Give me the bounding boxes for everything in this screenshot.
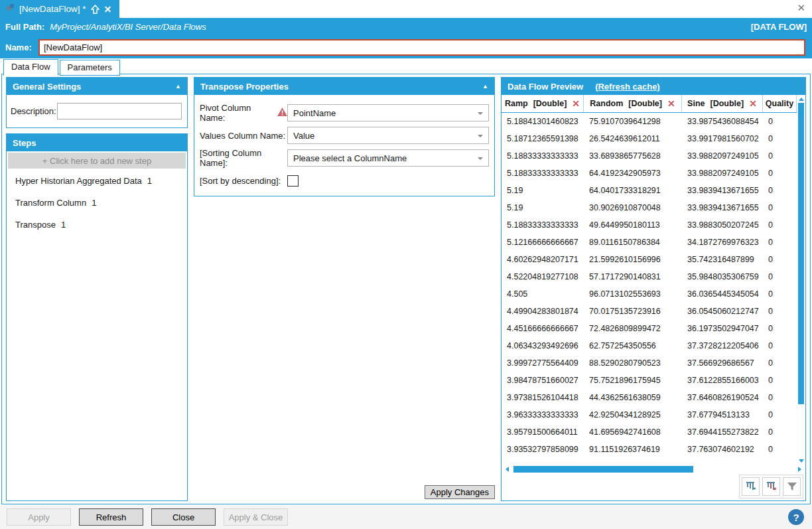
scroll-left-icon[interactable] xyxy=(506,467,509,472)
table-cell: 37.6944155273822 xyxy=(682,423,763,441)
full-path-bar: Full Path: MyProject/AnalytiX/BI Server/… xyxy=(0,18,812,36)
table-row[interactable]: 4.4516666666666772.482680989947236.19735… xyxy=(502,320,797,337)
table-cell: 5.19 xyxy=(502,182,584,199)
remove-column-icon[interactable]: ✕ xyxy=(667,98,675,109)
open-parent-icon[interactable] xyxy=(91,5,100,14)
scroll-up-icon[interactable] xyxy=(799,98,804,101)
columns-remove-button[interactable] xyxy=(762,477,780,496)
table-cell: 5.12166666666667 xyxy=(502,234,584,251)
close-button[interactable]: Close xyxy=(151,508,216,526)
table-cell: 44.4362561638059 xyxy=(584,389,682,406)
table-cell: 0 xyxy=(763,165,797,182)
table-cell: 37.67794513133 xyxy=(682,406,763,423)
table-row[interactable]: 3.9633333333333342.925043412892537.67794… xyxy=(502,406,797,423)
table-cell: 35.9848035306759 xyxy=(682,268,763,285)
sort-descending-label: [Sort by descending]: xyxy=(200,176,287,186)
preview-header-row: Ramp[Double]✕Random[Double]✕Sine[Double]… xyxy=(502,95,797,113)
tab-parameters[interactable]: Parameters xyxy=(60,60,120,76)
collapse-icon[interactable]: ▲ xyxy=(482,83,488,90)
values-column-dropdown[interactable]: Value xyxy=(287,127,489,144)
column-header-random[interactable]: Random[Double]✕ xyxy=(584,95,682,112)
table-cell: 0 xyxy=(763,147,797,165)
sort-descending-checkbox[interactable] xyxy=(287,175,299,187)
document-tab-close-icon[interactable]: ✕ xyxy=(104,5,112,14)
table-row[interactable]: 4.5220481927710857.171729014083135.98480… xyxy=(502,268,797,285)
table-row[interactable]: 4.50596.071310255369336.03654453450540 xyxy=(502,285,797,303)
data-flow-preview-panel: Data Flow Preview (Refresh cache) Ramp[D… xyxy=(501,77,806,501)
table-row[interactable]: 3.9847875166002775.752189617594537.61228… xyxy=(502,372,797,389)
table-cell: 0 xyxy=(763,130,797,147)
scroll-right-icon[interactable] xyxy=(798,467,801,472)
table-row[interactable]: 3.9738152610441844.436256163805937.64608… xyxy=(502,389,797,406)
help-icon[interactable]: ? xyxy=(788,509,804,525)
pivot-column-dropdown[interactable]: PointName xyxy=(287,104,489,121)
vertical-scrollbar-thumb[interactable] xyxy=(798,103,804,404)
table-row[interactable]: 3.9579150066401141.695694274160837.69441… xyxy=(502,423,797,441)
table-row[interactable]: 5.1883333333333349.644995018011333.98830… xyxy=(502,216,797,234)
description-input[interactable] xyxy=(57,103,182,119)
table-cell: 36.0365445345054 xyxy=(682,285,763,303)
scroll-down-icon[interactable] xyxy=(799,459,804,463)
remove-column-icon[interactable]: ✕ xyxy=(749,98,757,109)
column-header-sine[interactable]: Sine[Double]✕ xyxy=(682,95,763,112)
table-row[interactable]: 5.1930.902691087004833.98394136716550 xyxy=(502,199,797,216)
step-item[interactable]: Transform Column1 xyxy=(7,192,187,214)
name-bar: Name: xyxy=(0,36,812,58)
table-cell: 0 xyxy=(763,251,797,268)
refresh-button[interactable]: Refresh xyxy=(79,508,143,526)
table-row[interactable]: 4.6026294820717121.599261015699635.74231… xyxy=(502,251,797,268)
remove-column-icon[interactable]: ✕ xyxy=(572,98,580,109)
table-cell: 0 xyxy=(763,441,797,458)
table-row[interactable]: 5.1884130146082375.910703964129833.98754… xyxy=(502,113,797,130)
column-header-ramp[interactable]: Ramp[Double]✕ xyxy=(502,95,584,112)
step-index: 1 xyxy=(147,176,152,186)
filter-button[interactable] xyxy=(783,477,801,496)
table-cell: 3.97381526104418 xyxy=(502,389,584,406)
table-row[interactable]: 4.4990428380187470.017513572391636.05450… xyxy=(502,303,797,320)
horizontal-scrollbar-thumb[interactable] xyxy=(513,466,693,473)
content-area: General Settings ▲ Description: Steps + … xyxy=(1,74,811,504)
table-cell: 4.505 xyxy=(502,285,584,303)
document-tab[interactable]: [NewDataFlow] * ✕ xyxy=(0,0,119,18)
table-row[interactable]: 5.1964.040173331829133.98394136716550 xyxy=(502,182,797,199)
table-cell: 88.5290280790523 xyxy=(584,354,682,372)
table-row[interactable]: 4.0634329349269662.75725435055637.372821… xyxy=(502,337,797,354)
column-header-quality[interactable]: Quality xyxy=(763,95,797,112)
sorting-column-dropdown[interactable]: Please select a ColumnName xyxy=(287,149,489,167)
add-step-button[interactable]: + Click here to add new step xyxy=(8,153,186,169)
table-row[interactable]: 3.9353279785809991.115192637461937.76307… xyxy=(502,441,797,458)
table-cell: 62.757254350556 xyxy=(584,337,682,354)
window-close-icon[interactable]: ✕ xyxy=(797,3,805,13)
chevron-down-icon xyxy=(478,112,483,115)
apply-changes-button[interactable]: Apply Changes xyxy=(425,485,495,499)
column-type: [Double] xyxy=(628,99,662,108)
columns-remove-icon xyxy=(766,481,778,492)
steps-header: Steps xyxy=(7,134,187,151)
table-cell: 49.6449950180113 xyxy=(584,216,682,234)
table-cell: 34.1872769976323 xyxy=(682,234,763,251)
column-type: [Double] xyxy=(533,99,567,108)
collapse-icon[interactable]: ▲ xyxy=(175,83,181,90)
table-row[interactable]: 3.9997277556440988.529028079052337.56692… xyxy=(502,354,797,372)
name-input[interactable] xyxy=(38,39,805,56)
step-item[interactable]: Hyper Historian Aggregated Data1 xyxy=(7,170,187,192)
full-path-value: MyProject/AnalytiX/BI Server/Data Flows xyxy=(50,22,206,32)
vertical-scrollbar[interactable] xyxy=(797,95,805,465)
table-cell: 36.0545060212747 xyxy=(682,303,763,320)
table-cell: 37.566929686567 xyxy=(682,354,763,372)
table-row[interactable]: 5.1871236559139826.542463961201133.99179… xyxy=(502,130,797,147)
step-item[interactable]: Transpose1 xyxy=(7,214,187,236)
table-row[interactable]: 5.1216666666666789.011615078638434.18727… xyxy=(502,234,797,251)
horizontal-scrollbar[interactable] xyxy=(502,465,805,474)
apply-button: Apply xyxy=(7,508,71,526)
table-cell: 91.1151926374619 xyxy=(584,441,682,458)
table-cell: 30.9026910870048 xyxy=(584,199,682,216)
columns-add-icon xyxy=(745,481,757,492)
tab-data-flow[interactable]: Data Flow xyxy=(3,59,58,76)
table-cell: 0 xyxy=(763,372,797,389)
columns-add-button[interactable] xyxy=(742,477,760,496)
table-row[interactable]: 5.1883333333333333.689386577562833.98820… xyxy=(502,147,797,165)
refresh-cache-link[interactable]: (Refresh cache) xyxy=(595,82,660,92)
table-row[interactable]: 5.1883333333333364.419234290597333.98820… xyxy=(502,165,797,182)
table-cell: 33.9839413671655 xyxy=(682,182,763,199)
